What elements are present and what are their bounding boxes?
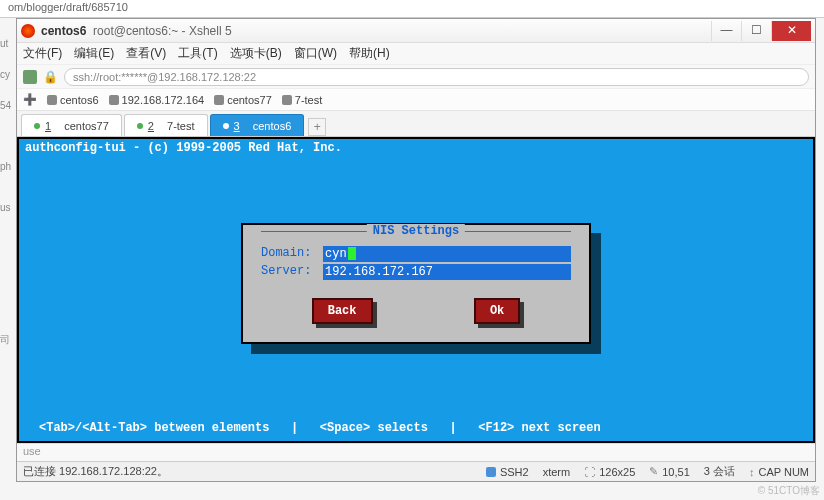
close-button[interactable]: ✕	[771, 21, 811, 41]
host-icon	[109, 95, 119, 105]
status-term: xterm	[543, 466, 571, 478]
domain-label: Domain:	[261, 246, 323, 262]
tab-add-button[interactable]: +	[308, 118, 326, 136]
menu-help[interactable]: 帮助(H)	[349, 45, 390, 62]
menu-edit[interactable]: 编辑(E)	[74, 45, 114, 62]
bookmark-bar: ➕ centos6 192.168.172.164 centos77 7-tes…	[17, 89, 815, 111]
menu-tabs[interactable]: 选项卡(B)	[230, 45, 282, 62]
address-bar: 🔒 ssh://root:******@192.168.172.128:22	[17, 65, 815, 89]
status-dot-icon	[223, 123, 229, 129]
bookmark-centos6[interactable]: centos6	[47, 94, 99, 106]
tab-centos6[interactable]: 3 centos6	[210, 114, 305, 136]
status-ssh: SSH2	[486, 466, 529, 478]
host-icon	[282, 95, 292, 105]
minimize-button[interactable]: —	[711, 21, 741, 41]
tab-7test[interactable]: 2 7-test	[124, 114, 208, 136]
server-label: Server:	[261, 264, 323, 280]
server-input[interactable]: 192.168.172.167	[323, 264, 571, 280]
title-bar[interactable]: centos6 root@centos6:~ - Xshell 5 — ☐ ✕	[17, 19, 815, 43]
status-sessions: 3 会话	[704, 464, 735, 479]
status-dot-icon	[137, 123, 143, 129]
terminal[interactable]: authconfig-tui - (c) 1999-2005 Red Hat, …	[19, 139, 813, 441]
domain-input[interactable]: cyn	[323, 246, 571, 262]
ssh-icon[interactable]	[23, 70, 37, 84]
bookmark-centos77[interactable]: centos77	[214, 94, 272, 106]
xshell-window: centos6 root@centos6:~ - Xshell 5 — ☐ ✕ …	[16, 18, 816, 482]
prompt-bar[interactable]: use	[17, 443, 815, 461]
status-connected: 已连接 192.168.172.128:22。	[23, 464, 168, 479]
host-icon	[47, 95, 57, 105]
menu-bar: 文件(F) 编辑(E) 查看(V) 工具(T) 选项卡(B) 窗口(W) 帮助(…	[17, 43, 815, 65]
status-bar: 已连接 192.168.172.128:22。 SSH2 xterm ⛶126x…	[17, 461, 815, 481]
left-gutter: utcy54 phus 司	[0, 18, 16, 500]
address-field[interactable]: ssh://root:******@192.168.172.128:22	[64, 68, 809, 86]
window-title: centos6 root@centos6:~ - Xshell 5	[41, 24, 711, 38]
bookmark-7test[interactable]: 7-test	[282, 94, 323, 106]
bookmark-add-icon[interactable]: ➕	[23, 93, 37, 106]
bookmark-ip[interactable]: 192.168.172.164	[109, 94, 205, 106]
browser-url-bar: om/blogger/draft/685710	[0, 0, 824, 18]
terminal-container: authconfig-tui - (c) 1999-2005 Red Hat, …	[17, 137, 815, 443]
back-button[interactable]: Back	[312, 298, 373, 324]
terminal-header-text: authconfig-tui - (c) 1999-2005 Red Hat, …	[25, 141, 342, 155]
text-cursor	[348, 247, 356, 260]
status-caps: ↕CAP NUM	[749, 466, 809, 478]
menu-view[interactable]: 查看(V)	[126, 45, 166, 62]
terminal-footer-text: <Tab>/<Alt-Tab> between elements | <Spac…	[39, 421, 601, 435]
lock-icon: 🔒	[43, 70, 58, 84]
host-icon	[214, 95, 224, 105]
menu-window[interactable]: 窗口(W)	[294, 45, 337, 62]
tab-centos77[interactable]: 1 centos77	[21, 114, 122, 136]
maximize-button[interactable]: ☐	[741, 21, 771, 41]
dialog-title: NIS Settings	[367, 224, 465, 238]
menu-file[interactable]: 文件(F)	[23, 45, 62, 62]
nis-settings-dialog: NIS Settings Domain: cyn Server: 192.168…	[241, 223, 591, 344]
ssh-status-icon	[486, 467, 496, 477]
status-cursor: ✎10,51	[649, 465, 690, 478]
menu-tools[interactable]: 工具(T)	[178, 45, 217, 62]
ok-button[interactable]: Ok	[474, 298, 520, 324]
tab-bar: 1 centos77 2 7-test 3 centos6 +	[17, 111, 815, 137]
watermark: © 51CTO博客	[758, 484, 820, 498]
app-icon	[21, 24, 35, 38]
status-dot-icon	[34, 123, 40, 129]
status-size: ⛶126x25	[584, 466, 635, 478]
